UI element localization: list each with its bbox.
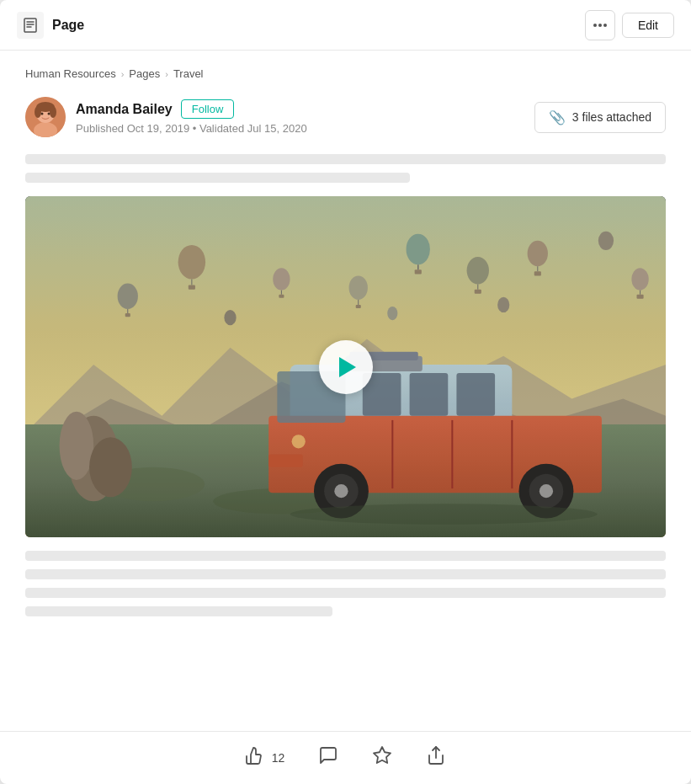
follow-button[interactable]: Follow (181, 99, 235, 119)
content-lines (25, 551, 666, 616)
breadcrumb-item-pages[interactable]: Pages (129, 67, 160, 80)
breadcrumb-separator-2: › (165, 69, 168, 79)
header: Page Edit (0, 0, 691, 51)
skeleton-line-1 (25, 154, 666, 164)
header-title: Page (52, 18, 84, 33)
svg-point-10 (41, 113, 44, 115)
more-options-button[interactable] (585, 10, 615, 40)
dot (598, 24, 602, 27)
svg-point-8 (35, 106, 41, 118)
skeleton-line-5 (25, 588, 666, 598)
breadcrumb-item-hr[interactable]: Human Resources (25, 67, 116, 80)
author-row: Amanda Bailey Follow Published Oct 19, 2… (25, 97, 666, 137)
dot (603, 24, 607, 27)
comment-action[interactable] (318, 745, 338, 771)
skeleton-line-4 (25, 569, 666, 579)
svg-point-9 (50, 106, 56, 118)
breadcrumb-separator-1: › (121, 69, 125, 79)
breadcrumb: Human Resources › Pages › Travel (25, 67, 666, 80)
video-container[interactable] (25, 196, 666, 537)
like-icon (245, 745, 265, 771)
page-type-icon (17, 12, 44, 39)
paperclip-icon: 📎 (549, 109, 566, 125)
breadcrumb-item-travel[interactable]: Travel (173, 67, 204, 80)
play-icon (339, 357, 356, 377)
author-info: Amanda Bailey Follow Published Oct 19, 2… (76, 99, 307, 135)
author-meta: Published Oct 19, 2019 • Validated Jul 1… (76, 122, 307, 135)
svg-point-11 (48, 113, 50, 115)
author-name-row: Amanda Bailey Follow (76, 99, 307, 119)
skeleton-line-6 (25, 606, 332, 616)
like-count: 12 (272, 751, 285, 765)
svg-marker-70 (374, 747, 391, 763)
star-action[interactable] (372, 745, 392, 771)
author-name: Amanda Bailey (76, 102, 173, 117)
page-window: Page Edit Human Resources › Pages › Trav… (0, 0, 691, 784)
skeleton-line-2 (25, 173, 410, 183)
skeleton-line-3 (25, 551, 666, 561)
header-left: Page (17, 12, 84, 39)
bottom-action-bar: 12 (0, 731, 691, 784)
avatar (25, 97, 66, 137)
share-action[interactable] (426, 745, 446, 771)
play-button[interactable] (319, 340, 373, 394)
author-left: Amanda Bailey Follow Published Oct 19, 2… (25, 97, 307, 137)
edit-button[interactable]: Edit (622, 13, 674, 38)
like-action[interactable]: 12 (245, 745, 285, 771)
header-actions: Edit (585, 10, 674, 40)
content-area: Human Resources › Pages › Travel (0, 51, 691, 731)
svg-rect-0 (24, 19, 36, 32)
files-attached-button[interactable]: 📎 3 files attached (534, 102, 666, 133)
files-attached-label: 3 files attached (572, 110, 651, 124)
share-icon (426, 745, 446, 771)
star-icon (372, 745, 392, 771)
dot (593, 24, 597, 27)
comment-icon (318, 745, 338, 771)
